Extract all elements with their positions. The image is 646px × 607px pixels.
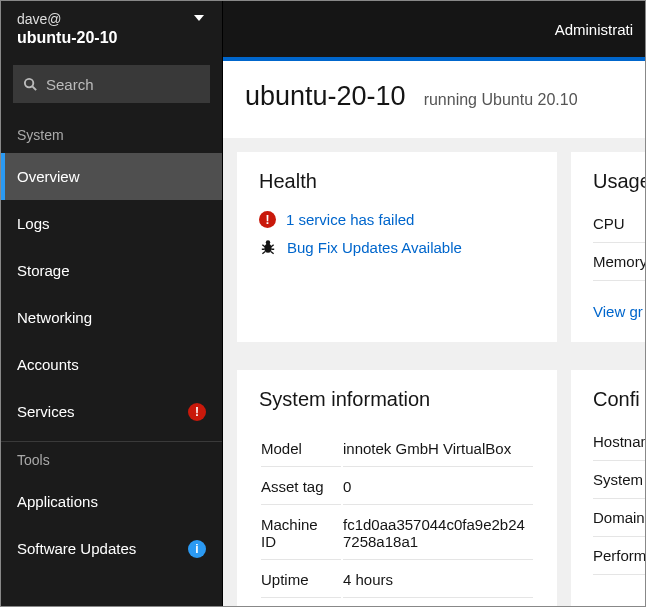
sidebar-item-services[interactable]: Services ! [1,388,222,435]
service-failed-link[interactable]: 1 service has failed [286,211,414,228]
sysinfo-key: Asset tag [261,469,341,505]
sysinfo-val: 0 [343,469,533,505]
svg-line-9 [271,252,274,254]
sysinfo-val: fc1d0aa357044c0fa9e2b247258a18a1 [343,507,533,560]
error-badge-icon: ! [188,403,206,421]
sidebar-item-label: Storage [17,262,206,279]
svg-point-0 [25,78,33,86]
host-user: dave@ [17,11,206,27]
sysinfo-key: Model [261,431,341,467]
svg-line-8 [262,252,265,254]
sysinfo-val: innotek GmbH VirtualBox [343,431,533,467]
page-subtitle: running Ubuntu 20.10 [424,91,578,109]
top-bar: Administrati [223,1,645,61]
config-title: Confi [593,388,645,411]
config-row-perf-profile: Perform profile [593,537,645,575]
config-row-domain: Domain [593,499,645,537]
sidebar-item-label: Accounts [17,356,206,373]
host-name: ubuntu-20-10 [17,29,206,47]
sidebar-item-storage[interactable]: Storage [1,247,222,294]
sysinfo-key: Uptime [261,562,341,598]
usage-card: Usage CPU Memory View gr [571,152,645,342]
health-card: Health ! 1 service has failed [237,152,557,342]
page-header: ubuntu-20-10 running Ubuntu 20.10 [223,61,645,138]
usage-title: Usage [593,170,645,193]
sidebar-item-overview[interactable]: Overview [1,153,222,200]
sysinfo-key: Machine ID [261,507,341,560]
error-icon: ! [259,211,276,228]
section-label-system: System [1,117,222,153]
svg-point-2 [264,244,271,253]
section-label-tools: Tools [1,442,222,478]
health-item-bugfix: Bug Fix Updates Available [259,238,535,256]
bugfix-updates-link[interactable]: Bug Fix Updates Available [287,239,462,256]
sidebar-item-accounts[interactable]: Accounts [1,341,222,388]
sidebar-item-label: Overview [17,168,206,185]
sidebar-item-label: Software Updates [17,540,188,557]
config-row-hostname: Hostnam [593,423,645,461]
health-item-service-failed: ! 1 service has failed [259,211,535,228]
sidebar: dave@ ubuntu-20-10 System Overview Logs [1,1,223,606]
configuration-card: Confi Hostnam System Domain Perform prof… [571,370,645,606]
svg-point-3 [266,240,271,245]
bug-icon [259,238,277,256]
config-row-system: System [593,461,645,499]
sysinfo-title: System information [259,388,535,411]
sidebar-item-label: Services [17,403,188,420]
sidebar-item-networking[interactable]: Networking [1,294,222,341]
page-title: ubuntu-20-10 [245,81,406,112]
svg-line-4 [262,245,265,247]
sidebar-item-label: Networking [17,309,206,326]
info-badge-icon: i [188,540,206,558]
host-selector[interactable]: dave@ ubuntu-20-10 [1,1,222,59]
sidebar-item-applications[interactable]: Applications [1,478,222,525]
usage-row-memory: Memory [593,243,645,281]
sidebar-item-label: Applications [17,493,206,510]
sidebar-item-label: Logs [17,215,206,232]
search-input[interactable] [46,76,200,93]
admin-menu[interactable]: Administrati [555,21,633,38]
sidebar-item-software-updates[interactable]: Software Updates i [1,525,222,572]
sysinfo-val: 4 hours [343,562,533,598]
sidebar-item-logs[interactable]: Logs [1,200,222,247]
usage-row-cpu: CPU [593,205,645,243]
main-content: Administrati ubuntu-20-10 running Ubuntu… [223,1,645,606]
svg-line-1 [32,86,36,90]
table-row: Model innotek GmbH VirtualBox [261,431,533,467]
table-row: Uptime 4 hours [261,562,533,598]
svg-line-5 [271,245,274,247]
view-graphs-link[interactable]: View gr [593,303,643,320]
health-title: Health [259,170,535,193]
table-row: Asset tag 0 [261,469,533,505]
search-icon [23,77,38,92]
search-input-container[interactable] [13,65,210,103]
system-info-card: System information Model innotek GmbH Vi… [237,370,557,606]
chevron-down-icon [194,15,204,21]
table-row: Machine ID fc1d0aa357044c0fa9e2b247258a1… [261,507,533,560]
